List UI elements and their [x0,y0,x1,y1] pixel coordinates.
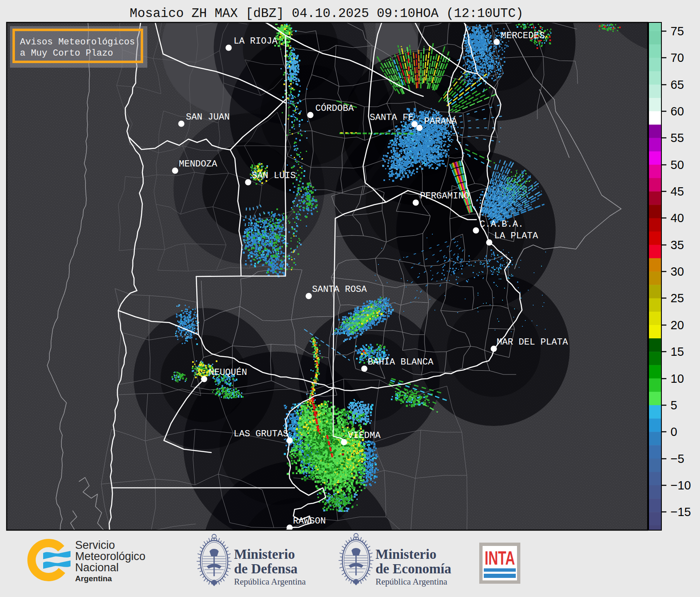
svg-text:Mosaico ZH MAX [dBZ] 04.10.202: Mosaico ZH MAX [dBZ] 04.10.2025 09:10HOA… [130,6,524,21]
svg-text:50: 50 [671,158,684,171]
svg-text:RAWSON: RAWSON [293,516,326,526]
svg-text:de Economía: de Economía [376,561,451,576]
svg-text:LA PLATA: LA PLATA [494,231,538,241]
svg-text:MAR DEL PLATA: MAR DEL PLATA [497,337,568,347]
svg-text:Nacional: Nacional [75,561,119,574]
svg-text:CÓRDOBA: CÓRDOBA [315,103,354,114]
svg-text:MERCEDES: MERCEDES [501,31,545,41]
svg-text:5: 5 [671,399,677,412]
svg-text:55: 55 [671,131,684,144]
svg-text:60: 60 [671,105,684,118]
svg-text:a Muy Corto Plazo: a Muy Corto Plazo [20,48,113,59]
svg-text:75: 75 [671,24,684,38]
svg-text:Meteorológico: Meteorológico [75,550,146,563]
svg-text:República Argentina: República Argentina [376,577,447,587]
svg-text:45: 45 [671,185,684,198]
svg-text:−10: −10 [671,479,691,492]
svg-text:SAN LUIS: SAN LUIS [252,171,296,181]
svg-text:70: 70 [671,51,684,64]
svg-text:de Defensa: de Defensa [234,561,298,576]
svg-text:65: 65 [671,78,684,91]
svg-text:SAN JUAN: SAN JUAN [186,112,230,122]
svg-text:C.A.B.A.: C.A.B.A. [480,219,524,230]
svg-text:30: 30 [671,265,684,278]
svg-text:35: 35 [671,238,684,252]
svg-text:25: 25 [671,291,684,305]
svg-text:−15: −15 [671,505,691,519]
svg-text:LAS GRUTAS: LAS GRUTAS [234,429,288,439]
svg-text:10: 10 [671,372,684,385]
svg-text:PARANÁ: PARANÁ [424,116,457,127]
svg-text:VIEDMA: VIEDMA [348,431,381,441]
svg-text:Argentina: Argentina [75,574,112,583]
svg-text:MENDOZA: MENDOZA [179,159,217,169]
svg-text:BAHÍA BLANCA: BAHÍA BLANCA [368,357,434,367]
svg-text:Ministerio: Ministerio [376,547,437,562]
svg-text:República Argentina: República Argentina [234,577,306,587]
svg-text:SANTA ROSA: SANTA ROSA [312,284,367,295]
svg-text:40: 40 [671,211,684,225]
svg-text:Ministerio: Ministerio [234,547,295,562]
svg-text:Avisos Meteorológicos: Avisos Meteorológicos [20,37,135,47]
svg-text:20: 20 [671,318,684,332]
svg-text:0: 0 [671,425,677,438]
svg-text:Servicio: Servicio [75,539,115,551]
svg-text:SANTA FE: SANTA FE [370,113,414,123]
svg-text:PERGAMINO: PERGAMINO [420,191,469,201]
svg-text:NEUQUÉN: NEUQUÉN [209,367,247,378]
svg-text:LA RIOJA: LA RIOJA [234,36,278,46]
svg-text:INTA: INTA [485,547,515,569]
svg-text:−5: −5 [671,452,684,465]
svg-text:15: 15 [671,345,684,358]
